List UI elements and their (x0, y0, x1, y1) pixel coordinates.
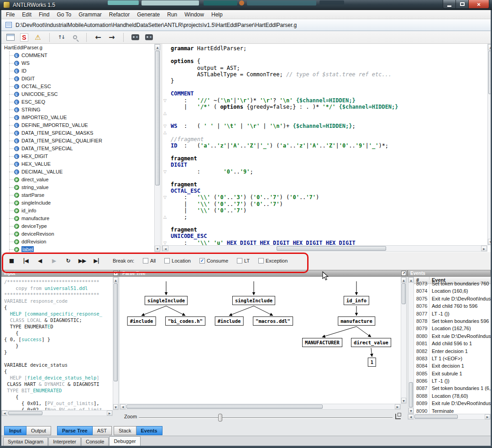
scroll-up-button[interactable]: ▲ (113, 277, 118, 283)
tab-interpreter[interactable]: Interpreter (48, 437, 81, 446)
rule-item-DATA_ITEM_SPECIAL[interactable]: LDATA_ITEM_SPECIAL (1, 145, 154, 153)
toggle-input[interactable]: Input (4, 426, 26, 435)
rule-item-direct_value[interactable]: Pdirect_value (1, 176, 154, 184)
parse-tree-node-singleInclude[interactable]: singleInclude (145, 296, 188, 305)
checkbox-unchecked-icon[interactable] (164, 258, 170, 264)
toggle-ast[interactable]: AST (93, 426, 112, 435)
parse-tree-vscrollbar[interactable]: ▲ ▼ (401, 277, 407, 404)
editor-hscrollbar[interactable]: ◀ ▶ (162, 245, 487, 252)
event-row[interactable]: 8080Exit rule D:\DevRoot\Indus (414, 332, 491, 340)
breakpoint-checkbox-location[interactable]: Location (164, 258, 191, 264)
rule-item-startParse[interactable]: PstartParse (1, 191, 154, 199)
checkbox-unchecked-icon[interactable] (143, 258, 148, 264)
event-row[interactable]: 8089Exit rule D:\DevRoot\Indus (414, 400, 491, 407)
rule-item-ID[interactable]: LID (1, 67, 154, 75)
rule-item-DATA_ITEM_SPECIAL_MASKS[interactable]: LDATA_ITEM_SPECIAL_MASKS (1, 129, 154, 137)
menu-generate[interactable]: Generate (133, 10, 163, 19)
event-row[interactable]: 8088Location (78,60) (414, 392, 491, 400)
parse-tree-node-manufacture[interactable]: manufacture (338, 316, 375, 326)
menu-run[interactable]: Run (163, 10, 181, 19)
rule-item-label[interactable]: Plabel (1, 246, 154, 252)
toggle-parse-tree[interactable]: Parse Tree (57, 426, 93, 435)
tab-console[interactable]: Console (81, 437, 109, 446)
breakpoint-checkbox-all[interactable]: All (143, 258, 156, 264)
rule-item-DATA_ITEM_SPECIAL_QUALIFIER[interactable]: LDATA_ITEM_SPECIAL_QUALIFIER (1, 137, 154, 145)
scroll-thumb[interactable] (402, 283, 406, 304)
scroll-right-button[interactable]: ▶ (485, 414, 490, 419)
menu-help[interactable]: Help (208, 10, 226, 19)
zoom-slider-track[interactable] (139, 417, 393, 419)
toggle-output[interactable]: Output (26, 426, 51, 435)
rule-item-WS[interactable]: LWS (1, 59, 154, 67)
scroll-down-button[interactable]: ▼ (155, 246, 160, 252)
step-forward-button[interactable]: ▶ (49, 256, 59, 266)
scroll-right-button[interactable]: ▶ (481, 246, 487, 251)
scroll-thumb[interactable] (409, 382, 413, 407)
fast-forward-button[interactable]: ▶▶ (77, 256, 87, 266)
event-row[interactable]: 8085Exit subrule 1 (414, 370, 491, 377)
warning-button[interactable]: ⚠ (32, 32, 43, 43)
rule-item-DEFINE_IMPORTED_VALUE[interactable]: LDEFINE_IMPORTED_VALUE (1, 121, 154, 129)
scroll-thumb[interactable] (114, 283, 118, 381)
step-over-button[interactable]: ↻ (63, 256, 73, 266)
events-table[interactable]: # Event 8073Set token boundaries 7608074… (414, 277, 491, 414)
forward-button[interactable]: → (106, 32, 117, 43)
event-row[interactable]: 8073Set token boundaries 760 (414, 280, 491, 287)
tab-syntax-diagram[interactable]: Syntax Diagram (3, 437, 48, 446)
scroll-up-button[interactable]: ▲ (408, 277, 413, 283)
scroll-up-button[interactable]: ▲ (155, 44, 160, 50)
parse-tree-hscrollbar[interactable]: ◀ ▶ (120, 404, 401, 410)
toggle-stack[interactable]: Stack (114, 426, 136, 435)
menu-edit[interactable]: Edit (18, 10, 35, 19)
event-row[interactable]: 8077LT -1 (}) (414, 310, 491, 317)
menu-window[interactable]: Window (181, 10, 208, 19)
events-hscrollbar[interactable]: ◀ ▶ (408, 414, 491, 420)
rule-item-string_value[interactable]: Pstring_value (1, 184, 154, 191)
rule-tree-root[interactable]: HartEddlParser.g (1, 44, 154, 52)
events-vscrollbar[interactable]: ▲ ▼ (408, 277, 414, 414)
sort-rules-button[interactable]: ↑↓ (56, 32, 67, 43)
event-row[interactable]: 8087Set token boundaries 1 (6, (414, 385, 491, 392)
scroll-right-button[interactable]: ▶ (107, 411, 112, 416)
debug-remote-button[interactable] (143, 32, 154, 43)
rule-item-deviceRevison[interactable]: PdeviceRevison (1, 230, 154, 238)
menu-find[interactable]: Find (35, 10, 53, 19)
input-hscrollbar[interactable]: ◀ ▶ (1, 410, 113, 416)
minimize-button[interactable] (443, 0, 456, 9)
parse-tree-node-include[interactable]: #include (215, 316, 244, 326)
event-row[interactable]: 8075Exit rule D:\DevRoot\Indus (414, 295, 491, 302)
rule-item-IMPORTED_VALUE[interactable]: LIMPORTED_VALUE (1, 114, 154, 121)
rule-item-DECIMAL_VALUE[interactable]: LDECIMAL_VALUE (1, 168, 154, 176)
scroll-thumb[interactable] (126, 405, 323, 409)
event-row[interactable]: 8086LT -1 (}) (414, 377, 491, 385)
scroll-down-button[interactable]: ▼ (408, 408, 413, 413)
scroll-thumb[interactable] (155, 51, 160, 185)
zoom-slider-thumb[interactable] (218, 414, 222, 422)
rule-item-UNICODE_ESC[interactable]: LUNICODE_ESC (1, 90, 154, 98)
event-row[interactable]: 8081Add child 596 to 1 (414, 340, 491, 347)
scroll-thumb[interactable] (8, 411, 42, 415)
rule-item-ESC_SEQ[interactable]: LESC_SEQ (1, 98, 154, 106)
tab-debugger[interactable]: Debugger (109, 436, 140, 446)
checkbox-checked-icon[interactable]: ✓ (199, 258, 205, 264)
rule-item-ddRevision[interactable]: PddRevision (1, 238, 154, 246)
parse-tree-node-include[interactable]: #include (127, 316, 156, 326)
breakpoint-checkbox-exception[interactable]: Exception (258, 258, 288, 264)
scroll-left-button[interactable]: ◀ (162, 246, 168, 251)
scroll-left-button[interactable]: ◀ (408, 414, 413, 419)
menu-grammar[interactable]: Grammar (75, 10, 105, 19)
breakpoint-checkbox-consume[interactable]: ✓Consume (199, 258, 228, 264)
scroll-left-button[interactable]: ◀ (2, 411, 7, 416)
generate-code-button[interactable]: S (19, 32, 30, 43)
parse-tree-canvas[interactable]: singleIncludesingleIncludeid_info#includ… (120, 277, 401, 404)
step-back-button[interactable]: ◀ (35, 256, 45, 266)
rule-item-DIGIT[interactable]: LDIGIT (1, 75, 154, 83)
parse-tree-node-1[interactable]: 1 (368, 358, 376, 367)
rule-item-deviceType[interactable]: PdeviceType (1, 222, 154, 230)
go-to-start-button[interactable]: |◀ (21, 256, 31, 266)
parse-tree-node-directvalue[interactable]: direct_value (351, 338, 391, 347)
find-button[interactable] (69, 32, 80, 43)
go-to-end-button[interactable]: ▶| (91, 256, 101, 266)
close-button[interactable]: × (469, 0, 489, 9)
rule-item-STRING[interactable]: LSTRING (1, 106, 154, 114)
